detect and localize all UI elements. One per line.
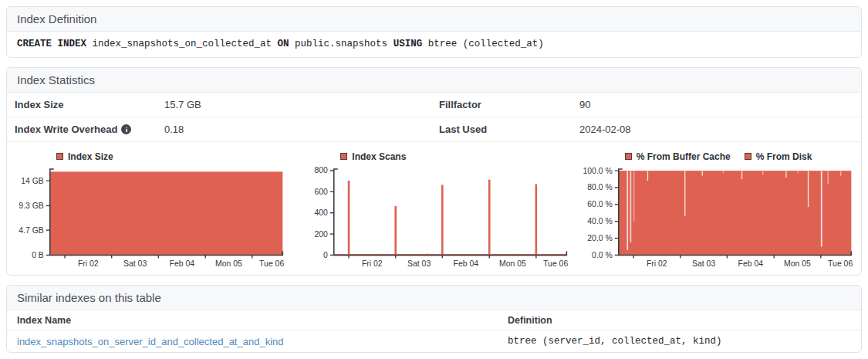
legend-label: % From Disk — [756, 151, 812, 162]
svg-text:Fri 02: Fri 02 — [362, 259, 383, 268]
legend-item: % From Buffer Cache — [625, 151, 731, 162]
stat-label-text: Index Size — [15, 99, 64, 110]
index-statistics-panel: Index Statistics Index Size 15.7 GB Fill… — [6, 67, 862, 276]
svg-text:Fri 02: Fri 02 — [78, 259, 99, 268]
svg-text:Tue 06: Tue 06 — [543, 259, 568, 268]
buffer-cache-disk-chart: % From Buffer Cache% From Disk 0.0 %20.0… — [580, 148, 856, 272]
legend-item: Index Size — [56, 151, 113, 162]
sql-identifier: btree (collected_at) — [428, 39, 544, 49]
stat-label-index-write-overhead: Index Write Overhead i — [15, 124, 164, 135]
svg-text:600: 600 — [315, 188, 329, 196]
index-definition-sql: CREATE INDEX index_snapshots_on_collecte… — [7, 32, 861, 57]
svg-text:9.3 GB: 9.3 GB — [19, 202, 44, 210]
legend-swatch-icon — [625, 153, 632, 160]
index-definition-panel: Index Definition CREATE INDEX index_snap… — [6, 6, 862, 58]
sql-identifier: public.snapshots — [295, 39, 393, 49]
svg-text:Sat 03: Sat 03 — [123, 259, 147, 268]
chart-legend: % From Buffer Cache% From Disk — [625, 150, 856, 163]
stat-value-index-size: 15.7 GB — [164, 99, 439, 110]
legend-label: % From Buffer Cache — [637, 151, 731, 162]
svg-text:4.7 GB: 4.7 GB — [19, 226, 44, 235]
svg-text:20.0 %: 20.0 % — [587, 234, 613, 242]
stat-label-text: Index Write Overhead — [15, 124, 117, 135]
svg-text:Sat 03: Sat 03 — [407, 259, 431, 268]
stat-label-index-size: Index Size — [15, 99, 164, 110]
sql-keyword: USING — [393, 39, 428, 49]
svg-text:0.0 %: 0.0 % — [592, 251, 613, 259]
legend-label: Index Scans — [352, 151, 406, 162]
svg-text:Mon 05: Mon 05 — [784, 259, 811, 268]
svg-text:100.0 %: 100.0 % — [583, 167, 612, 175]
sql-keyword: ON — [278, 39, 296, 49]
similar-indexes-panel: Similar indexes on this table Index Name… — [6, 285, 862, 353]
svg-text:Feb 04: Feb 04 — [454, 259, 479, 268]
column-header-index-name: Index Name — [17, 315, 508, 326]
similar-index-link[interactable]: index_snapshots_on_server_id_and_collect… — [17, 336, 283, 347]
info-icon[interactable]: i — [121, 124, 131, 134]
svg-text:400: 400 — [315, 208, 329, 217]
stat-label-last-used: Last Used — [439, 124, 579, 135]
svg-text:Mon 05: Mon 05 — [499, 259, 526, 268]
sql-identifier: index_snapshots_on_collected_at — [93, 39, 278, 49]
legend-swatch-icon — [56, 153, 63, 160]
page: Index Definition CREATE INDEX index_snap… — [0, 0, 868, 359]
stat-value-index-write-overhead: 0.18 — [164, 124, 439, 135]
charts-row: Index Size 0 B4.7 GB9.3 GB14 GBFri 02Sat… — [7, 142, 861, 275]
svg-text:200: 200 — [315, 230, 329, 239]
index-definition-title: Index Definition — [7, 7, 861, 32]
legend-swatch-icon — [340, 153, 347, 160]
svg-text:80.0 %: 80.0 % — [587, 183, 613, 191]
svg-text:Tue 06: Tue 06 — [259, 259, 284, 268]
stat-label-text: Fillfactor — [439, 99, 481, 110]
index-size-chart: Index Size 0 B4.7 GB9.3 GB14 GBFri 02Sat… — [12, 148, 288, 272]
svg-text:0: 0 — [323, 251, 328, 259]
sql-keyword: CREATE INDEX — [17, 39, 93, 49]
legend-item: Index Scans — [340, 151, 406, 162]
chart-legend: Index Scans — [340, 150, 572, 163]
stat-label-text: Last Used — [439, 124, 487, 135]
similar-indexes-table-header: Index Name Definition — [7, 310, 861, 330]
legend-item: % From Disk — [745, 151, 812, 162]
stats-row: Index Write Overhead i 0.18 Last Used 20… — [7, 117, 861, 142]
svg-text:Sat 03: Sat 03 — [692, 259, 715, 268]
table-row: index_snapshots_on_server_id_and_collect… — [7, 330, 861, 352]
chart-canvas: 0200400600800Fri 02Sat 03Feb 04Mon 05Tue… — [296, 163, 572, 272]
stats-row: Index Size 15.7 GB Fillfactor 90 — [7, 93, 861, 117]
index-statistics-title: Index Statistics — [7, 68, 861, 93]
stat-label-fillfactor: Fillfactor — [439, 99, 579, 110]
chart-canvas: 0 B4.7 GB9.3 GB14 GBFri 02Sat 03Feb 04Mo… — [12, 163, 288, 272]
index-scans-chart: Index Scans 0200400600800Fri 02Sat 03Feb… — [296, 148, 572, 272]
svg-text:Feb 04: Feb 04 — [170, 259, 195, 268]
svg-text:60.0 %: 60.0 % — [587, 200, 613, 208]
column-header-definition: Definition — [508, 315, 851, 326]
similar-indexes-title: Similar indexes on this table — [7, 286, 861, 310]
chart-legend: Index Size — [56, 150, 288, 163]
legend-swatch-icon — [745, 153, 751, 160]
legend-label: Index Size — [68, 151, 113, 162]
svg-text:Fri 02: Fri 02 — [647, 259, 667, 268]
svg-text:40.0 %: 40.0 % — [587, 217, 613, 225]
svg-text:Mon 05: Mon 05 — [215, 259, 242, 268]
svg-text:Feb 04: Feb 04 — [738, 259, 763, 268]
svg-text:0 B: 0 B — [32, 251, 44, 259]
svg-text:Tue 06: Tue 06 — [828, 259, 853, 268]
stat-value-last-used: 2024-02-08 — [579, 124, 853, 135]
svg-text:14 GB: 14 GB — [21, 177, 44, 185]
svg-text:800: 800 — [315, 166, 329, 174]
similar-indexes-table: Index Name Definition index_snapshots_on… — [7, 310, 861, 352]
chart-canvas: 0.0 %20.0 %40.0 %60.0 %80.0 %100.0 %Fri … — [580, 163, 856, 272]
similar-index-definition: btree (server_id, collected_at, kind) — [508, 336, 851, 347]
stat-value-fillfactor: 90 — [579, 99, 853, 110]
